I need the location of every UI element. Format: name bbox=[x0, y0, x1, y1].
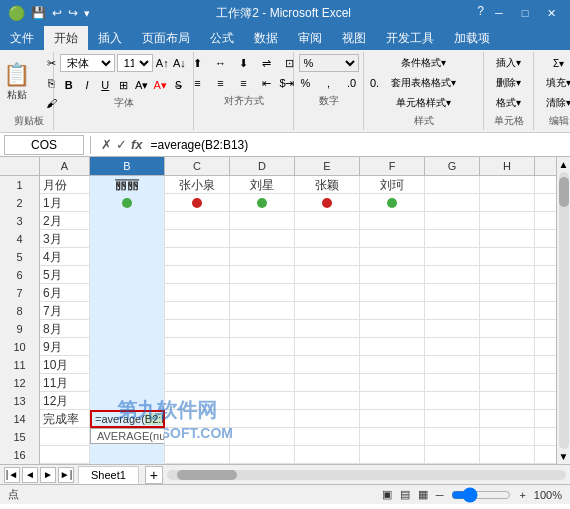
close-button[interactable]: ✕ bbox=[540, 4, 562, 22]
cell-d2[interactable] bbox=[230, 194, 295, 212]
zoom-minus-btn[interactable]: ─ bbox=[436, 489, 444, 501]
cell-c7[interactable] bbox=[165, 284, 230, 302]
tab-developer[interactable]: 开发工具 bbox=[376, 26, 444, 50]
row-num-14[interactable]: 14 bbox=[0, 410, 40, 428]
cell-b4[interactable] bbox=[90, 230, 165, 248]
cell-a1[interactable]: 月份 bbox=[40, 176, 90, 194]
cell-h14[interactable] bbox=[480, 410, 535, 428]
cell-a4[interactable]: 3月 bbox=[40, 230, 90, 248]
cell-f3[interactable] bbox=[360, 212, 425, 230]
cell-a11[interactable]: 10月 bbox=[40, 356, 90, 374]
cell-f5[interactable] bbox=[360, 248, 425, 266]
align-left-btn[interactable]: ≡ bbox=[187, 74, 209, 92]
cell-e3[interactable] bbox=[295, 212, 360, 230]
cell-d8[interactable] bbox=[230, 302, 295, 320]
border-button[interactable]: ⊞ bbox=[115, 76, 132, 94]
cell-c12[interactable] bbox=[165, 374, 230, 392]
quick-access-undo[interactable]: ↩ bbox=[52, 6, 62, 20]
align-bottom-btn[interactable]: ⬇ bbox=[233, 54, 255, 72]
cell-b9[interactable] bbox=[90, 320, 165, 338]
cell-f8[interactable] bbox=[360, 302, 425, 320]
tab-view[interactable]: 视图 bbox=[332, 26, 376, 50]
number-format-select[interactable]: % bbox=[299, 54, 359, 72]
cell-d9[interactable] bbox=[230, 320, 295, 338]
cell-h12[interactable] bbox=[480, 374, 535, 392]
cell-f13[interactable] bbox=[360, 392, 425, 410]
cell-g14[interactable] bbox=[425, 410, 480, 428]
cell-f9[interactable] bbox=[360, 320, 425, 338]
align-right-btn[interactable]: ≡ bbox=[233, 74, 255, 92]
cell-g8[interactable] bbox=[425, 302, 480, 320]
cell-d7[interactable] bbox=[230, 284, 295, 302]
tab-insert[interactable]: 插入 bbox=[88, 26, 132, 50]
minimize-button[interactable]: ─ bbox=[488, 4, 510, 22]
h-scroll-thumb[interactable] bbox=[177, 470, 237, 480]
cell-g10[interactable] bbox=[425, 338, 480, 356]
cell-e15[interactable] bbox=[295, 428, 360, 446]
cell-h10[interactable] bbox=[480, 338, 535, 356]
cell-e16[interactable] bbox=[295, 446, 360, 464]
cell-e14[interactable] bbox=[295, 410, 360, 428]
row-num-6[interactable]: 6 bbox=[0, 266, 40, 284]
format-cells-btn[interactable]: 格式▾ bbox=[485, 94, 533, 112]
col-header-f[interactable]: F bbox=[360, 157, 425, 175]
font-size-select[interactable]: 11 bbox=[117, 54, 153, 72]
cell-c3[interactable] bbox=[165, 212, 230, 230]
cell-g5[interactable] bbox=[425, 248, 480, 266]
cell-h9[interactable] bbox=[480, 320, 535, 338]
comma-btn[interactable]: , bbox=[318, 74, 340, 92]
cell-c4[interactable] bbox=[165, 230, 230, 248]
cell-e6[interactable] bbox=[295, 266, 360, 284]
row-num-11[interactable]: 11 bbox=[0, 356, 40, 374]
row-num-8[interactable]: 8 bbox=[0, 302, 40, 320]
cell-h16[interactable] bbox=[480, 446, 535, 464]
cell-g9[interactable] bbox=[425, 320, 480, 338]
sheet-nav-left-end[interactable]: |◄ bbox=[4, 467, 20, 483]
v-scroll-thumb[interactable] bbox=[559, 177, 569, 207]
h-scroll-track[interactable] bbox=[167, 470, 566, 480]
view-page-break-icon[interactable]: ▦ bbox=[418, 488, 428, 501]
row-num-5[interactable]: 5 bbox=[0, 248, 40, 266]
cell-f11[interactable] bbox=[360, 356, 425, 374]
cell-b7[interactable] bbox=[90, 284, 165, 302]
cell-b2[interactable] bbox=[90, 194, 165, 212]
row-num-2[interactable]: 2 bbox=[0, 194, 40, 212]
scroll-up-btn[interactable]: ▲ bbox=[559, 159, 569, 170]
cell-d16[interactable] bbox=[230, 446, 295, 464]
row-num-12[interactable]: 12 bbox=[0, 374, 40, 392]
col-header-c[interactable]: C bbox=[165, 157, 230, 175]
cell-e1[interactable]: 张颖 bbox=[295, 176, 360, 194]
tab-file[interactable]: 文件 bbox=[0, 26, 44, 50]
decrease-font-btn[interactable]: A↓ bbox=[172, 54, 187, 72]
vertical-scrollbar[interactable]: ▲ ▼ bbox=[556, 157, 570, 464]
row-num-13[interactable]: 13 bbox=[0, 392, 40, 410]
cell-b15[interactable]: AVERAGE(number1, [number2], …) bbox=[90, 428, 165, 446]
cell-a13[interactable]: 12月 bbox=[40, 392, 90, 410]
sheet-tab-sheet1[interactable]: Sheet1 bbox=[78, 466, 139, 484]
cell-h5[interactable] bbox=[480, 248, 535, 266]
cell-g6[interactable] bbox=[425, 266, 480, 284]
cell-c16[interactable] bbox=[165, 446, 230, 464]
cell-d3[interactable] bbox=[230, 212, 295, 230]
cell-a10[interactable]: 9月 bbox=[40, 338, 90, 356]
paste-button[interactable]: 📋 粘贴 bbox=[0, 55, 39, 111]
cell-g16[interactable] bbox=[425, 446, 480, 464]
quick-access-save[interactable]: 💾 bbox=[31, 6, 46, 20]
cell-c5[interactable] bbox=[165, 248, 230, 266]
cell-g4[interactable] bbox=[425, 230, 480, 248]
cell-c10[interactable] bbox=[165, 338, 230, 356]
cell-d4[interactable] bbox=[230, 230, 295, 248]
name-box[interactable] bbox=[4, 135, 84, 155]
scroll-down-btn[interactable]: ▼ bbox=[559, 451, 569, 462]
italic-button[interactable]: I bbox=[78, 76, 95, 94]
fill-color-button[interactable]: A▾ bbox=[133, 76, 150, 94]
cell-c8[interactable] bbox=[165, 302, 230, 320]
cell-f4[interactable] bbox=[360, 230, 425, 248]
row-num-4[interactable]: 4 bbox=[0, 230, 40, 248]
tab-data[interactable]: 数据 bbox=[244, 26, 288, 50]
cell-g12[interactable] bbox=[425, 374, 480, 392]
cell-b8[interactable] bbox=[90, 302, 165, 320]
cell-b14[interactable]: =average(B2:B13) bbox=[90, 410, 165, 428]
row-num-7[interactable]: 7 bbox=[0, 284, 40, 302]
col-header-g[interactable]: G bbox=[425, 157, 480, 175]
